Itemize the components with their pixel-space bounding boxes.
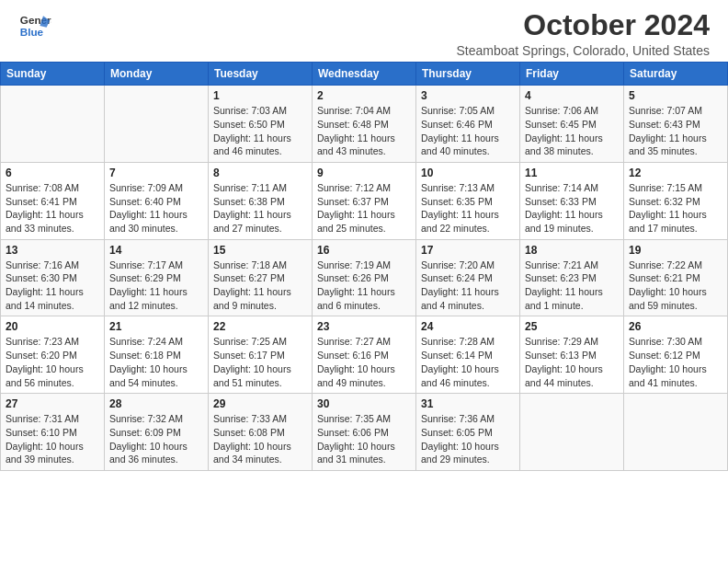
weekday-header-wednesday: Wednesday <box>313 63 416 86</box>
calendar-cell: 1Sunrise: 7:03 AM Sunset: 6:50 PM Daylig… <box>209 86 313 163</box>
day-number: 17 <box>421 244 515 257</box>
day-info: Sunrise: 7:22 AM Sunset: 6:21 PM Dayligh… <box>629 259 722 313</box>
day-number: 8 <box>213 167 307 179</box>
svg-text:Blue: Blue <box>20 26 44 38</box>
calendar-week-5: 27Sunrise: 7:31 AM Sunset: 6:10 PM Dayli… <box>1 394 728 471</box>
calendar-cell: 4Sunrise: 7:06 AM Sunset: 6:45 PM Daylig… <box>520 86 624 163</box>
day-info: Sunrise: 7:24 AM Sunset: 6:18 PM Dayligh… <box>109 335 203 389</box>
calendar-cell: 19Sunrise: 7:22 AM Sunset: 6:21 PM Dayli… <box>624 239 728 316</box>
calendar-cell: 3Sunrise: 7:05 AM Sunset: 6:46 PM Daylig… <box>416 86 520 163</box>
calendar-cell: 14Sunrise: 7:17 AM Sunset: 6:29 PM Dayli… <box>105 239 209 316</box>
day-number: 10 <box>421 167 515 179</box>
day-number: 7 <box>109 167 203 179</box>
day-number: 9 <box>317 167 411 179</box>
day-info: Sunrise: 7:29 AM Sunset: 6:13 PM Dayligh… <box>525 335 619 389</box>
calendar-cell: 5Sunrise: 7:07 AM Sunset: 6:43 PM Daylig… <box>624 86 728 163</box>
day-info: Sunrise: 7:20 AM Sunset: 6:24 PM Dayligh… <box>421 259 515 313</box>
weekday-header-friday: Friday <box>520 63 624 86</box>
calendar-cell <box>1 86 105 163</box>
day-info: Sunrise: 7:30 AM Sunset: 6:12 PM Dayligh… <box>629 335 722 389</box>
calendar-cell: 10Sunrise: 7:13 AM Sunset: 6:35 PM Dayli… <box>416 162 520 239</box>
day-info: Sunrise: 7:21 AM Sunset: 6:23 PM Dayligh… <box>525 259 619 313</box>
calendar-table: SundayMondayTuesdayWednesdayThursdayFrid… <box>0 62 728 471</box>
calendar-cell: 6Sunrise: 7:08 AM Sunset: 6:41 PM Daylig… <box>1 162 105 239</box>
calendar-cell: 8Sunrise: 7:11 AM Sunset: 6:38 PM Daylig… <box>209 162 313 239</box>
calendar-week-2: 6Sunrise: 7:08 AM Sunset: 6:41 PM Daylig… <box>1 162 728 239</box>
logo: General Blue <box>18 9 51 42</box>
calendar-cell: 25Sunrise: 7:29 AM Sunset: 6:13 PM Dayli… <box>520 316 624 394</box>
calendar-cell <box>520 394 624 471</box>
day-info: Sunrise: 7:13 AM Sunset: 6:35 PM Dayligh… <box>421 181 515 236</box>
calendar-cell: 13Sunrise: 7:16 AM Sunset: 6:30 PM Dayli… <box>1 239 105 316</box>
title-block: October 2024 Steamboat Springs, Colorado… <box>457 9 711 58</box>
day-number: 15 <box>213 244 307 257</box>
logo-icon: General Blue <box>18 9 51 42</box>
calendar-cell: 15Sunrise: 7:18 AM Sunset: 6:27 PM Dayli… <box>209 239 313 316</box>
day-number: 16 <box>317 244 411 257</box>
day-info: Sunrise: 7:19 AM Sunset: 6:26 PM Dayligh… <box>317 259 411 313</box>
day-number: 22 <box>213 320 307 333</box>
day-info: Sunrise: 7:31 AM Sunset: 6:10 PM Dayligh… <box>6 412 99 466</box>
day-number: 20 <box>6 320 99 333</box>
calendar-cell: 20Sunrise: 7:23 AM Sunset: 6:20 PM Dayli… <box>1 316 105 394</box>
day-info: Sunrise: 7:03 AM Sunset: 6:50 PM Dayligh… <box>213 104 307 158</box>
day-number: 12 <box>629 167 722 179</box>
day-info: Sunrise: 7:12 AM Sunset: 6:37 PM Dayligh… <box>317 181 411 236</box>
day-info: Sunrise: 7:28 AM Sunset: 6:14 PM Dayligh… <box>421 335 515 389</box>
calendar-cell: 28Sunrise: 7:32 AM Sunset: 6:09 PM Dayli… <box>105 394 209 471</box>
day-info: Sunrise: 7:32 AM Sunset: 6:09 PM Dayligh… <box>109 412 203 466</box>
weekday-header-saturday: Saturday <box>624 63 728 86</box>
page-header: General Blue October 2024 Steamboat Spri… <box>0 0 728 62</box>
calendar-cell: 12Sunrise: 7:15 AM Sunset: 6:32 PM Dayli… <box>624 162 728 239</box>
day-info: Sunrise: 7:07 AM Sunset: 6:43 PM Dayligh… <box>629 104 722 158</box>
day-number: 19 <box>629 244 722 257</box>
calendar-cell: 18Sunrise: 7:21 AM Sunset: 6:23 PM Dayli… <box>520 239 624 316</box>
day-number: 6 <box>6 167 99 179</box>
day-number: 14 <box>109 244 203 257</box>
calendar-cell: 24Sunrise: 7:28 AM Sunset: 6:14 PM Dayli… <box>416 316 520 394</box>
day-info: Sunrise: 7:06 AM Sunset: 6:45 PM Dayligh… <box>525 104 619 158</box>
calendar-week-4: 20Sunrise: 7:23 AM Sunset: 6:20 PM Dayli… <box>1 316 728 394</box>
calendar-cell: 30Sunrise: 7:35 AM Sunset: 6:06 PM Dayli… <box>313 394 416 471</box>
calendar-cell: 17Sunrise: 7:20 AM Sunset: 6:24 PM Dayli… <box>416 239 520 316</box>
calendar-cell: 9Sunrise: 7:12 AM Sunset: 6:37 PM Daylig… <box>313 162 416 239</box>
weekday-header-monday: Monday <box>105 63 209 86</box>
day-number: 26 <box>629 320 722 333</box>
day-number: 29 <box>213 397 307 410</box>
day-info: Sunrise: 7:27 AM Sunset: 6:16 PM Dayligh… <box>317 335 411 389</box>
day-number: 31 <box>421 397 515 410</box>
day-info: Sunrise: 7:33 AM Sunset: 6:08 PM Dayligh… <box>213 412 307 466</box>
calendar-cell: 7Sunrise: 7:09 AM Sunset: 6:40 PM Daylig… <box>105 162 209 239</box>
day-info: Sunrise: 7:09 AM Sunset: 6:40 PM Dayligh… <box>109 181 203 236</box>
day-number: 2 <box>317 89 411 102</box>
calendar-cell: 16Sunrise: 7:19 AM Sunset: 6:26 PM Dayli… <box>313 239 416 316</box>
day-number: 5 <box>629 89 722 102</box>
calendar-body: 1Sunrise: 7:03 AM Sunset: 6:50 PM Daylig… <box>1 86 728 471</box>
day-number: 24 <box>421 320 515 333</box>
day-number: 30 <box>317 397 411 410</box>
day-info: Sunrise: 7:04 AM Sunset: 6:48 PM Dayligh… <box>317 104 411 158</box>
weekday-header-thursday: Thursday <box>416 63 520 86</box>
day-info: Sunrise: 7:08 AM Sunset: 6:41 PM Dayligh… <box>6 181 99 236</box>
calendar-cell: 29Sunrise: 7:33 AM Sunset: 6:08 PM Dayli… <box>209 394 313 471</box>
day-number: 27 <box>6 397 99 410</box>
day-number: 1 <box>213 89 307 102</box>
day-info: Sunrise: 7:23 AM Sunset: 6:20 PM Dayligh… <box>6 335 99 389</box>
calendar-header: SundayMondayTuesdayWednesdayThursdayFrid… <box>1 63 728 86</box>
weekday-header-sunday: Sunday <box>1 63 105 86</box>
day-number: 18 <box>525 244 619 257</box>
calendar-cell: 26Sunrise: 7:30 AM Sunset: 6:12 PM Dayli… <box>624 316 728 394</box>
day-number: 21 <box>109 320 203 333</box>
day-info: Sunrise: 7:17 AM Sunset: 6:29 PM Dayligh… <box>109 259 203 313</box>
day-info: Sunrise: 7:25 AM Sunset: 6:17 PM Dayligh… <box>213 335 307 389</box>
day-info: Sunrise: 7:14 AM Sunset: 6:33 PM Dayligh… <box>525 181 619 236</box>
day-number: 28 <box>109 397 203 410</box>
weekday-header-row: SundayMondayTuesdayWednesdayThursdayFrid… <box>1 63 728 86</box>
day-number: 11 <box>525 167 619 179</box>
calendar-cell: 21Sunrise: 7:24 AM Sunset: 6:18 PM Dayli… <box>105 316 209 394</box>
day-info: Sunrise: 7:18 AM Sunset: 6:27 PM Dayligh… <box>213 259 307 313</box>
calendar-week-1: 1Sunrise: 7:03 AM Sunset: 6:50 PM Daylig… <box>1 86 728 163</box>
calendar-cell: 27Sunrise: 7:31 AM Sunset: 6:10 PM Dayli… <box>1 394 105 471</box>
day-number: 23 <box>317 320 411 333</box>
day-number: 3 <box>421 89 515 102</box>
